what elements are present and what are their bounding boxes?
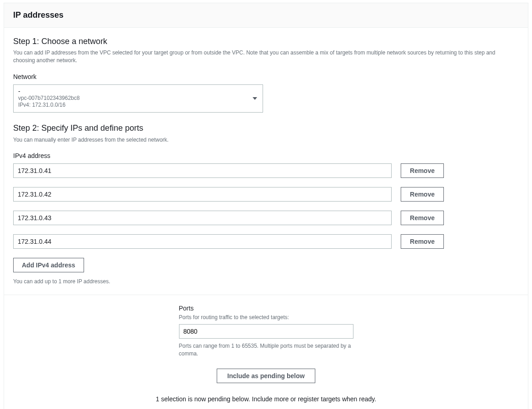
ip-row: Remove xyxy=(13,187,519,202)
network-select[interactable]: - vpc-007b7102343962bc8 IPv4: 172.31.0.0… xyxy=(13,84,263,113)
network-vpc-id: vpc-007b7102343962bc8 xyxy=(18,95,258,102)
step1-section: Step 1: Choose a network You can add IP … xyxy=(13,36,519,113)
ports-block: Ports Ports for routing traffic to the s… xyxy=(179,304,353,358)
include-as-pending-button[interactable]: Include as pending below xyxy=(217,369,315,383)
ip-input-3[interactable] xyxy=(13,211,392,225)
step2-section: Step 2: Specify IPs and define ports You… xyxy=(13,123,519,285)
ports-label: Ports xyxy=(179,304,353,313)
ipv4-address-label: IPv4 address xyxy=(13,152,519,161)
network-label: Network xyxy=(13,73,519,82)
panel-body: Step 1: Choose a network You can add IP … xyxy=(4,28,528,295)
ip-input-2[interactable] xyxy=(13,187,392,202)
remove-button[interactable]: Remove xyxy=(401,187,444,202)
pending-status-text: 1 selection is now pending below. Includ… xyxy=(156,395,376,404)
step1-title: Step 1: Choose a network xyxy=(13,36,519,47)
ports-hint: Ports can range from 1 to 65535. Multipl… xyxy=(179,342,353,358)
ip-input-1[interactable] xyxy=(13,163,392,178)
include-button-wrap: Include as pending below xyxy=(217,369,315,383)
step1-description: You can add IP addresses from the VPC se… xyxy=(13,49,513,64)
ports-input[interactable] xyxy=(179,324,353,339)
ports-sublabel: Ports for routing traffic to the selecte… xyxy=(179,314,353,321)
remove-button[interactable]: Remove xyxy=(401,163,444,178)
add-ip-hint: You can add up to 1 more IP addresses. xyxy=(13,278,519,286)
step2-description: You can manually enter IP addresses from… xyxy=(13,136,513,144)
remove-button[interactable]: Remove xyxy=(401,234,444,249)
network-primary: - xyxy=(18,88,258,95)
network-cidr: IPv4: 172.31.0.0/16 xyxy=(18,102,258,108)
ip-input-4[interactable] xyxy=(13,234,392,249)
ip-row: Remove xyxy=(13,211,519,225)
step2-title: Step 2: Specify IPs and define ports xyxy=(13,123,519,134)
chevron-down-icon xyxy=(253,97,257,100)
page-title: IP addresses xyxy=(13,10,519,21)
add-ipv4-address-button[interactable]: Add IPv4 address xyxy=(13,258,84,272)
ports-section: Ports Ports for routing traffic to the s… xyxy=(4,295,528,409)
ip-row: Remove xyxy=(13,234,519,249)
ip-row: Remove xyxy=(13,163,519,178)
remove-button[interactable]: Remove xyxy=(401,211,444,225)
ip-addresses-panel: IP addresses Step 1: Choose a network Yo… xyxy=(4,3,528,409)
panel-header: IP addresses xyxy=(4,3,528,28)
